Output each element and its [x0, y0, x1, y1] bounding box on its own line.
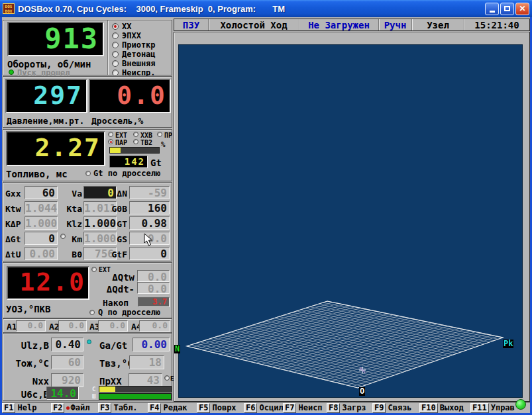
coeff-value-gxx[interactable]: 60: [25, 186, 58, 199]
f8-key[interactable]: F8: [327, 403, 340, 413]
gt-throttle-radio[interactable]: [85, 171, 91, 176]
f4-key[interactable]: F4: [148, 403, 161, 413]
coeff-label-dtu: ΔtU: [5, 250, 21, 259]
prxx-radio[interactable]: [164, 375, 170, 381]
window-title: DOSBox 0.70, Cpu Cycles: 3000, Frameskip…: [18, 4, 484, 14]
flag-radio-pr[interactable]: [157, 132, 162, 137]
ulz-value[interactable]: 0.40: [51, 338, 83, 351]
link-status-led: [515, 399, 526, 410]
coeff-value-gt[interactable]: 0.98: [129, 216, 170, 230]
f2-label: Файл: [64, 403, 89, 413]
fkey-f1[interactable]: F1Help: [2, 403, 36, 413]
fkey-f5[interactable]: F5Поврх: [197, 403, 237, 413]
plot-pane: N Pk O: [174, 32, 530, 402]
dqtw-value[interactable]: 0.0: [137, 270, 170, 282]
status-item-node[interactable]: Узел: [412, 19, 464, 30]
gt-throttle-label: Gt по дросселю: [93, 170, 160, 177]
status-item-mode[interactable]: Холостой Ход: [209, 19, 299, 30]
pressure-panel: 297 0.0 Давление,мм.рт. Дроссель,%: [3, 76, 172, 128]
mode-label-xx: ХХ: [122, 23, 131, 30]
status-item-load[interactable]: Не Загружен: [299, 19, 379, 30]
f3-label: Табл.: [111, 403, 137, 413]
coeff-value-kdp[interactable]: 1.000: [25, 216, 58, 230]
coeff-value-g0b[interactable]: 160: [129, 201, 170, 214]
fkey-f6[interactable]: F6Осцил: [244, 403, 284, 413]
fkey-f2[interactable]: F2Файл: [51, 403, 89, 413]
mode-radio-xx[interactable]: [112, 23, 119, 30]
coeff-value-dtu[interactable]: 0.00: [25, 247, 58, 260]
flag-radio-ext[interactable]: [108, 132, 113, 137]
tvz-value[interactable]: 18: [129, 355, 164, 369]
f10-key[interactable]: F10: [419, 403, 438, 413]
uoz-ext-radio[interactable]: [91, 267, 97, 272]
a3-value[interactable]: 0.0: [98, 320, 128, 332]
fkey-f11[interactable]: F11Управ: [470, 403, 515, 413]
coeff-value-dn[interactable]: -59: [129, 186, 170, 199]
prxx-label: ПрХХ: [99, 376, 122, 387]
tozh-value[interactable]: 60: [51, 355, 83, 369]
axis-label-o: O: [359, 387, 365, 396]
flag-radio-tv2[interactable]: [133, 139, 138, 144]
tozh-label: Тож,°C: [9, 358, 49, 369]
coeff-label-dn: ΔN: [107, 189, 127, 199]
u6c-label: U6c,B: [9, 389, 49, 400]
f9-label: Связь: [386, 403, 411, 413]
coeff-value-dgt[interactable]: 0: [25, 232, 58, 245]
mode-radio-vneshnyaya[interactable]: [112, 60, 119, 67]
coeff-value-ktw[interactable]: 1.044: [25, 201, 58, 214]
rpm-display: 913: [7, 22, 104, 56]
bar-sh: [99, 393, 172, 400]
f1-key[interactable]: F1: [2, 403, 15, 413]
mode-radio-priotkr[interactable]: [112, 42, 119, 48]
f6-key[interactable]: F6: [244, 403, 257, 413]
mode-radio-epxx[interactable]: [112, 32, 119, 39]
a4-value[interactable]: 0.0: [139, 320, 170, 332]
dqdt-value[interactable]: 0.0: [137, 282, 170, 294]
f11-key[interactable]: F11: [470, 403, 489, 413]
fkey-f3[interactable]: F3Табл.: [98, 403, 138, 413]
mode-radio-neispr[interactable]: [112, 69, 119, 76]
fkey-f4[interactable]: F4Редак: [148, 403, 187, 413]
mode-radio-detonac[interactable]: [112, 51, 119, 58]
flag-radio-par[interactable]: [108, 139, 113, 144]
fuel-display: 2.27: [6, 131, 105, 166]
coeff-label-g0b: G0B: [107, 204, 127, 214]
nakop-value[interactable]: 3.7: [138, 297, 170, 307]
coeff-label-va: Va: [65, 189, 82, 199]
gt-value: 142: [110, 156, 147, 167]
throttle-label: Дроссель,%: [91, 116, 143, 126]
flag-label-ext: EXT: [115, 132, 127, 139]
title-bar[interactable]: DOS BOX DOSBox 0.70, Cpu Cycles: 3000, F…: [0, 0, 532, 17]
fkey-f10[interactable]: F10Выход: [419, 403, 464, 413]
f7-key[interactable]: F7: [283, 403, 296, 413]
f9-key[interactable]: F9: [372, 403, 386, 413]
close-button[interactable]: ✕: [515, 3, 529, 15]
coeff-label-ktw: Ktw: [5, 204, 21, 214]
f3-key[interactable]: F3: [98, 403, 111, 413]
mode-label-priotkr: Приоткр: [122, 42, 156, 49]
fkey-f8[interactable]: F8Загрз: [327, 403, 366, 413]
fuel-percent-fill: [110, 148, 121, 153]
uoz-value: 12.0: [8, 267, 88, 297]
flag-radio-xxv[interactable]: [133, 132, 138, 137]
coeff-label-kdp: KΔP: [5, 219, 21, 229]
a2-value[interactable]: 0.0: [58, 320, 87, 332]
q-throttle-radio[interactable]: [89, 310, 95, 315]
nxx-value[interactable]: 920: [51, 373, 83, 387]
gagt-value[interactable]: 0.00: [133, 338, 170, 351]
status-item-pzu[interactable]: ПЗУ: [174, 19, 209, 30]
fkey-f7[interactable]: F7Неисп: [283, 403, 323, 413]
function-key-bar: F1Help F2Файл F3Табл. F4Редак F5Поврх F6…: [2, 402, 530, 413]
minimize-button[interactable]: [485, 3, 499, 15]
maximize-button[interactable]: [500, 3, 514, 15]
prxx-value[interactable]: 43: [129, 373, 162, 387]
coeff-label-dgt: ΔGt: [5, 234, 21, 244]
nakop-label: Накоп: [103, 298, 129, 308]
fkey-f9[interactable]: F9Связь: [372, 403, 412, 413]
a1-value[interactable]: 0.0: [16, 320, 46, 332]
status-item-manual[interactable]: Ручн: [379, 19, 412, 30]
u6c-value[interactable]: 14.0: [46, 387, 79, 400]
f2-key[interactable]: F2: [51, 403, 64, 413]
f5-key[interactable]: F5: [197, 403, 210, 413]
coeff-value-gtf[interactable]: 0: [129, 247, 170, 260]
